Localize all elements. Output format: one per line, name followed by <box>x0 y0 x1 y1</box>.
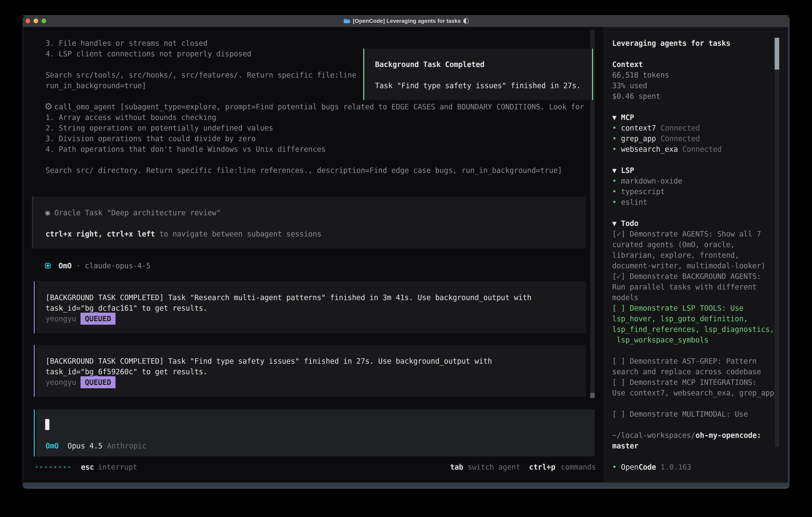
todo-background-2: Run parallel tasks with different <box>612 282 757 292</box>
todo-heading-seg1: Todo <box>621 218 639 229</box>
zoom-button[interactable] <box>41 19 46 23</box>
minimize-button[interactable] <box>34 19 38 23</box>
toast-left-bar <box>363 49 364 100</box>
lsp-typescript-seg1: typescript <box>621 186 665 197</box>
bg-task-2-status: QUEUED <box>81 376 115 388</box>
statusbar-shortcut-hints-seg3: commands <box>561 462 596 472</box>
edge-case-3: 3. Division operations that could divide… <box>46 133 256 144</box>
lsp-eslint-seg0: • <box>612 197 617 208</box>
agent-model-line-seg0: OmO <box>59 261 72 271</box>
agent-checkbox-icon-fill <box>47 265 49 267</box>
bg-task-2-line-2: task_id="bg_6f59260c" to get results. <box>46 366 208 377</box>
bg-task-card-1-accent-bar <box>34 281 35 333</box>
bg-task-1-meta: yeongyu <box>46 314 76 324</box>
traffic-lights <box>26 15 46 27</box>
oracle-task-title-seg0: ◉ <box>45 207 50 218</box>
spinner-dot <box>64 466 65 468</box>
lsp-eslint-seg1: eslint <box>621 197 647 208</box>
tool-call-omo-agent-seg0: ⚙ <box>45 101 53 112</box>
text-cursor <box>45 419 49 430</box>
edge-case-prompt: Search src/ directory. Return specific f… <box>46 165 562 176</box>
spinner-dot <box>36 466 37 468</box>
todo-background-1: [✓] Demonstrate BACKGROUND AGENTS: <box>612 271 761 282</box>
bg-task-1-line-1: [BACKGROUND TASK COMPLETED] Task "Resear… <box>46 292 531 303</box>
oracle-task-card-accent-bar <box>32 196 34 248</box>
todo-lsp-4: lsp_workspace_symbols <box>612 335 708 345</box>
spinner-dot <box>45 466 47 468</box>
window-title: [OpenCode] Leveraging agents for tasks <box>353 18 461 24</box>
half-moon-icon <box>463 18 469 24</box>
statusbar-shortcut-hints-seg0: tab <box>450 462 463 472</box>
spinner-dot <box>68 466 70 468</box>
mcp-grep-app-seg2: Connected <box>661 133 700 144</box>
todo-lsp-1: [ ] Demonstrate LSP TOOLS: Use <box>612 303 744 314</box>
toast-right-bar <box>592 49 593 100</box>
statusbar-shortcut-hints-seg2: ctrl+p <box>529 462 555 472</box>
task-prompt-line-1: Search src/tools/, src/hooks/, src/featu… <box>46 70 356 80</box>
app-version-seg0: • <box>612 462 617 472</box>
tool-call-omo-agent-seg1: call_omo_agent [subagent_type=explore, p… <box>54 102 584 112</box>
prompt-input-meta-seg0: OmO <box>46 441 59 451</box>
context-spent: $0.46 spent <box>612 91 660 102</box>
window-titlebar[interactable]: [OpenCode] Leveraging agents for tasks <box>23 15 790 27</box>
cleanup-issue-4: 4. LSP client connections not properly d… <box>46 49 251 59</box>
mcp-websearch-exa-seg0: • <box>612 144 617 155</box>
statusbar-shortcut-hints-seg1: switch agent <box>468 462 520 472</box>
todo-agents-4: document-writer, multimodal-looker) <box>612 261 765 271</box>
mcp-websearch-exa-seg2: Connected <box>682 144 722 155</box>
terminal-content: OmOOpus 4.5Anthropic3. File handles or s… <box>23 27 788 483</box>
edge-case-1: 1. Array access without bounds checking <box>46 112 216 123</box>
workdir-branch: master <box>612 441 638 451</box>
prompt-input-accent-bar <box>34 409 35 456</box>
subagent-nav-hint-seg1: to navigate between subagent sessions <box>155 229 321 239</box>
todo-astgrep-1: [ ] Demonstrate AST-GREP: Pattern <box>612 356 757 366</box>
todo-mcp-2: Use context7, websearch_exa, grep_app <box>612 388 774 398</box>
todo-agents-2: curated agents (OmO, oracle, <box>612 239 735 250</box>
todo-background-3: models <box>612 292 638 303</box>
lsp-heading-seg1: LSP <box>621 165 634 176</box>
sidebar-scrollbar-track[interactable] <box>775 38 779 447</box>
prompt-input-meta-seg1: Opus 4.5 <box>67 441 103 451</box>
chat-scrollbar-thumb[interactable] <box>590 393 594 398</box>
edge-case-2: 2. String operations on potentially unde… <box>46 123 273 133</box>
close-button[interactable] <box>26 19 30 23</box>
sidebar-scrollbar-thumb[interactable] <box>775 38 779 70</box>
spinner-dot <box>59 466 61 468</box>
lsp-heading-seg0: ▼ <box>612 165 617 176</box>
context-heading: Context <box>612 59 643 70</box>
workdir-path-seg0: ~/local-workspaces/ <box>612 430 695 441</box>
lsp-markdown-oxide-seg0: • <box>612 176 617 186</box>
mcp-context7-seg0: • <box>612 123 617 133</box>
todo-lsp-2: lsp_hover, lsp_goto_definition, <box>612 314 748 324</box>
lsp-typescript-seg0: • <box>612 186 617 197</box>
subagent-nav-hint-seg0: ctrl+x right, ctrl+x left <box>46 229 155 239</box>
bg-task-1-status: QUEUED <box>81 313 115 325</box>
mcp-grep-app-seg1: grep_app <box>621 133 656 144</box>
context-used: 33% used <box>612 80 647 91</box>
mcp-context7-seg2: Connected <box>661 123 700 133</box>
bg-task-2-line-1: [BACKGROUND TASK COMPLETED] Task "Find t… <box>46 356 492 366</box>
mcp-context7-seg1: context7 <box>621 123 656 133</box>
statusbar-interrupt-hint-seg0: esc <box>81 462 94 472</box>
screen: [OpenCode] Leveraging agents for tasks O… <box>0 0 812 517</box>
lsp-markdown-oxide-seg1: markdown-oxide <box>621 176 682 186</box>
mcp-heading-seg1: MCP <box>621 112 634 123</box>
bg-task-1-line-2: task_id="bg_dcfac161" to get results. <box>46 303 208 314</box>
session-title: Leveraging agents for tasks <box>612 38 730 49</box>
toast-body: Task "Find type safety issues" finished … <box>375 80 581 91</box>
mcp-websearch-exa-seg1: websearch_exa <box>621 144 678 155</box>
mcp-grep-app-seg0: • <box>612 133 617 144</box>
prompt-input-meta-seg2: Anthropic <box>107 441 146 451</box>
app-version-seg2: Code <box>639 462 656 472</box>
todo-agents-1: [✓] Demonstrate AGENTS: Show all 7 <box>612 229 761 239</box>
oracle-task-card <box>34 196 586 248</box>
app-version-seg1: Open <box>621 462 639 472</box>
task-prompt-line-2: run_in_background=true] <box>46 80 146 91</box>
todo-lsp-3: lsp_find_references, lsp_diagnostics, <box>612 324 774 335</box>
spinner-dot <box>50 466 52 468</box>
context-tokens: 66,518 tokens <box>612 70 669 80</box>
spinner-dot <box>54 466 56 468</box>
workdir-path-seg1: oh-my-opencode: <box>696 430 761 441</box>
todo-multimodal: [ ] Demonstrate MULTIMODAL: Use <box>612 409 748 419</box>
bg-task-card-2-accent-bar <box>34 345 35 397</box>
